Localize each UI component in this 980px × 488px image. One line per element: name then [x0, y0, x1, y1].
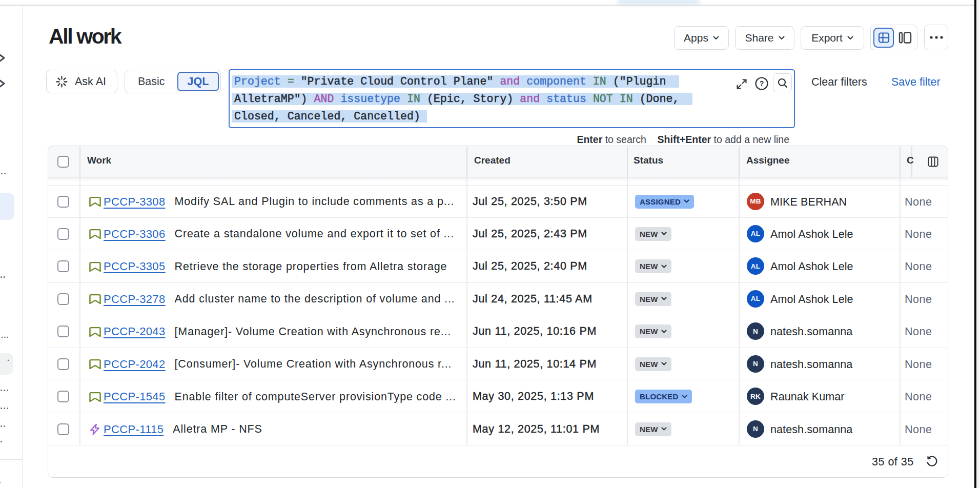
- svg-text:?: ?: [760, 79, 764, 88]
